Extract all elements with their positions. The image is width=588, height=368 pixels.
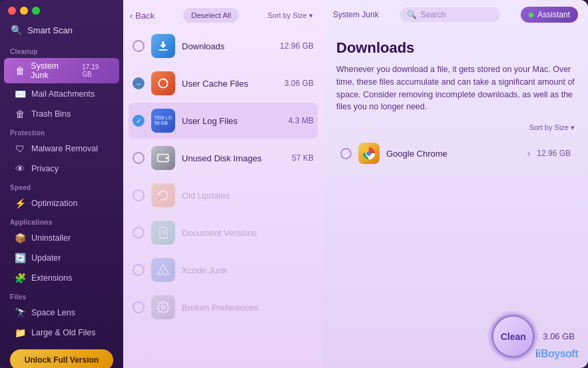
updater-label: Updater bbox=[31, 253, 61, 263]
sub-list-item-google-chrome[interactable]: Google Chrome › 12.96 GB bbox=[336, 137, 575, 169]
downloads-size: 12.96 GB bbox=[280, 41, 314, 51]
user-log-name: User Log Files bbox=[182, 116, 282, 126]
middle-panel-header: ‹ Back Deselect All Sort by Size ▾ bbox=[123, 0, 323, 28]
old-updates-checkbox[interactable] bbox=[133, 189, 145, 201]
content-title: Downloads bbox=[336, 39, 575, 57]
search-icon: 🔍 bbox=[407, 10, 417, 19]
back-button[interactable]: ‹ Back bbox=[130, 11, 154, 21]
iboysoft-brand: iiBoysoft bbox=[535, 348, 578, 360]
trash-icon: 🗑 bbox=[14, 108, 26, 120]
uninstaller-icon: 📦 bbox=[14, 232, 26, 244]
list-item-user-log[interactable]: ✓ TEM LO56 GB User Log Files 4.3 MB bbox=[129, 103, 318, 139]
sidebar: 🔍 Smart Scan Cleanup 🗑 System Junk 17.19… bbox=[0, 0, 123, 368]
disk-icon bbox=[151, 146, 175, 170]
sort-by-size-button[interactable]: Sort by Size ▾ bbox=[268, 11, 313, 20]
sidebar-item-space-lens[interactable]: 🔭 Space Lens bbox=[4, 303, 119, 322]
updater-icon: 🔄 bbox=[14, 252, 26, 264]
xcode-junk-checkbox[interactable] bbox=[133, 264, 145, 276]
svg-point-3 bbox=[166, 157, 168, 159]
space-lens-label: Space Lens bbox=[31, 308, 75, 317]
user-log-size: 4.3 MB bbox=[288, 116, 314, 125]
unlock-full-version-button[interactable]: Unlock Full Version bbox=[10, 349, 113, 368]
sidebar-section-speed: Speed bbox=[0, 179, 123, 193]
iboysoft-text: iBoysoft bbox=[538, 348, 578, 359]
list-item-broken-prefs[interactable]: Broken Preferences bbox=[129, 289, 318, 325]
back-chevron-icon: ‹ bbox=[130, 11, 133, 21]
assistant-dot-icon bbox=[529, 13, 533, 17]
list-item-user-cache[interactable]: – User Cache Files 3.06 GB bbox=[129, 65, 318, 101]
middle-list: Downloads 12.96 GB – User Cache Files 3.… bbox=[123, 28, 323, 368]
old-updates-name: Old Updates bbox=[182, 191, 314, 201]
minimize-button[interactable] bbox=[20, 7, 28, 15]
doc-icon bbox=[151, 221, 175, 245]
xcode-junk-name: Xcode Junk bbox=[182, 265, 314, 275]
user-cache-checkbox[interactable]: – bbox=[133, 77, 145, 89]
downloads-checkbox[interactable] bbox=[133, 40, 145, 52]
google-chrome-icon bbox=[358, 143, 380, 164]
close-button[interactable] bbox=[8, 7, 16, 15]
disk-images-name: Unused Disk Images bbox=[182, 153, 285, 163]
app-container: 🔍 Smart Scan Cleanup 🗑 System Junk 17.19… bbox=[0, 0, 588, 368]
large-files-icon: 📁 bbox=[14, 327, 26, 339]
right-panel-title: System Junk bbox=[333, 10, 379, 19]
list-item-xcode-junk[interactable]: X Xcode Junk bbox=[129, 252, 318, 288]
search-input[interactable] bbox=[421, 10, 493, 19]
user-log-checkbox[interactable]: ✓ bbox=[133, 115, 145, 127]
chevron-right-icon: › bbox=[527, 148, 531, 159]
assistant-button[interactable]: Assistant bbox=[521, 7, 578, 23]
list-item-old-updates[interactable]: Old Updates bbox=[129, 177, 318, 213]
sidebar-item-large-old-files[interactable]: 📁 Large & Old Files bbox=[4, 323, 119, 342]
list-item-doc-versions[interactable]: Document Versions bbox=[129, 215, 318, 251]
sidebar-item-uninstaller[interactable]: 📦 Uninstaller bbox=[4, 229, 119, 247]
user-cache-size: 3.06 GB bbox=[284, 79, 314, 88]
system-junk-icon: 🗑 bbox=[14, 65, 25, 77]
xcode-icon: X bbox=[151, 258, 175, 282]
sidebar-item-mail-attachments[interactable]: ✉️ Mail Attachments bbox=[4, 85, 119, 103]
deselect-all-button[interactable]: Deselect All bbox=[183, 8, 239, 23]
downloads-icon bbox=[151, 34, 175, 58]
extensions-icon: 🧩 bbox=[14, 272, 26, 284]
back-label: Back bbox=[135, 11, 154, 21]
cache-icon bbox=[151, 71, 175, 95]
list-item-disk-images[interactable]: Unused Disk Images 57 KB bbox=[129, 140, 318, 176]
search-bar[interactable]: 🔍 bbox=[400, 7, 500, 22]
sidebar-item-smart-scan[interactable]: 🔍 Smart Scan bbox=[0, 20, 123, 43]
privacy-label: Privacy bbox=[31, 164, 59, 173]
clean-button[interactable]: Clean bbox=[491, 315, 535, 358]
list-item-downloads[interactable]: Downloads 12.96 GB bbox=[129, 28, 318, 64]
svg-text:X: X bbox=[162, 269, 165, 274]
google-chrome-radio[interactable] bbox=[340, 148, 352, 159]
shield-icon: 🛡 bbox=[14, 143, 26, 155]
maximize-button[interactable] bbox=[32, 7, 40, 15]
middle-panel: ‹ Back Deselect All Sort by Size ▾ Downl… bbox=[123, 0, 323, 368]
system-junk-label: System Junk bbox=[31, 61, 77, 80]
disk-images-checkbox[interactable] bbox=[133, 152, 145, 164]
sidebar-item-optimization[interactable]: ⚡ Optimization bbox=[4, 194, 119, 213]
updates-icon bbox=[151, 183, 175, 207]
doc-versions-checkbox[interactable] bbox=[133, 227, 145, 239]
sidebar-section-applications: Applications bbox=[0, 213, 123, 228]
google-chrome-name: Google Chrome bbox=[386, 149, 521, 159]
mail-attachments-label: Mail Attachments bbox=[31, 89, 95, 99]
downloads-name: Downloads bbox=[182, 41, 273, 51]
broken-prefs-name: Broken Preferences bbox=[182, 303, 314, 313]
optimization-icon: ⚡ bbox=[14, 197, 26, 209]
sidebar-section-files: Files bbox=[0, 288, 123, 303]
system-junk-size: 17.19 GB bbox=[82, 63, 109, 78]
user-cache-name: User Cache Files bbox=[182, 79, 278, 89]
content-description: Whenever you download a file, it gets st… bbox=[336, 63, 575, 113]
sidebar-item-updater[interactable]: 🔄 Updater bbox=[4, 249, 119, 267]
sidebar-item-system-junk[interactable]: 🗑 System Junk 17.19 GB bbox=[4, 58, 119, 83]
google-chrome-size: 12.96 GB bbox=[537, 149, 571, 158]
sidebar-section-protection: Protection bbox=[0, 124, 123, 139]
sidebar-item-malware-removal[interactable]: 🛡 Malware Removal bbox=[4, 139, 119, 158]
trash-bins-label: Trash Bins bbox=[31, 109, 71, 119]
broken-prefs-checkbox[interactable] bbox=[133, 301, 145, 313]
sidebar-item-privacy[interactable]: 👁 Privacy bbox=[4, 159, 119, 178]
malware-removal-label: Malware Removal bbox=[31, 144, 98, 153]
right-panel-content: Downloads Whenever you download a file, … bbox=[323, 29, 588, 308]
sub-sort-button[interactable]: Sort by Size ▾ bbox=[529, 123, 575, 132]
sidebar-item-trash-bins[interactable]: 🗑 Trash Bins bbox=[4, 105, 119, 123]
sidebar-item-extensions[interactable]: 🧩 Extensions bbox=[4, 269, 119, 287]
svg-point-8 bbox=[162, 306, 165, 309]
